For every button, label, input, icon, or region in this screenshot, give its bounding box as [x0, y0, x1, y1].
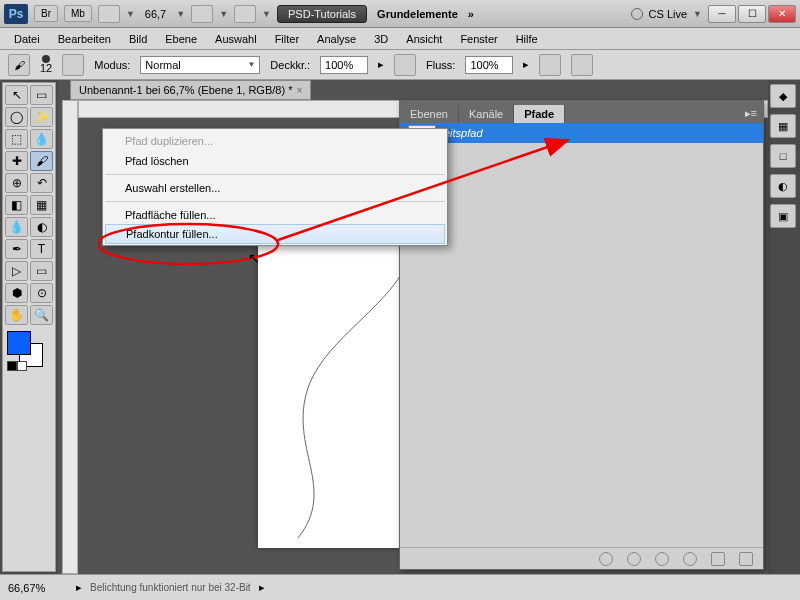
extras-icon[interactable]	[234, 5, 256, 23]
tab-kanaele[interactable]: Kanäle	[459, 105, 514, 123]
selection-to-path-icon[interactable]	[683, 552, 697, 566]
close-icon[interactable]: ×	[296, 85, 302, 96]
color-swatches[interactable]	[5, 331, 53, 371]
menu-bild[interactable]: Bild	[121, 31, 155, 47]
airbrush-icon[interactable]	[539, 54, 561, 76]
ctx-stroke-path[interactable]: Pfadkontur füllen...	[105, 224, 445, 244]
chevron-down-icon: ▼	[126, 9, 135, 19]
eraser-tool[interactable]: ◧	[5, 195, 28, 215]
type-tool[interactable]: T	[30, 239, 53, 259]
app-logo: Ps	[4, 4, 28, 24]
opacity-input[interactable]: 100%	[320, 56, 368, 74]
more-icon[interactable]: »	[468, 8, 474, 20]
3d-tool[interactable]: ⬢	[5, 283, 28, 303]
arrow-icon[interactable]: ▸	[76, 581, 82, 594]
document-tab[interactable]: Unbenannt-1 bei 66,7% (Ebene 1, RGB/8) *…	[70, 80, 311, 100]
chevron-down-icon: ▼	[262, 9, 271, 19]
pressure-opacity-icon[interactable]	[394, 54, 416, 76]
move-tool[interactable]: ↖	[5, 85, 28, 105]
panel-menu-icon[interactable]: ▸≡	[739, 104, 763, 123]
separator	[105, 201, 445, 202]
ctx-delete-path[interactable]: Pfad löschen	[103, 151, 447, 171]
minimize-button[interactable]: ─	[708, 5, 736, 23]
flow-input[interactable]: 100%	[465, 56, 513, 74]
opacity-label: Deckkr.:	[270, 59, 310, 71]
menu-auswahl[interactable]: Auswahl	[207, 31, 265, 47]
workspace-label[interactable]: Grundelemente	[373, 6, 462, 22]
brush-panel-icon[interactable]	[62, 54, 84, 76]
stamp-tool[interactable]: ⊕	[5, 173, 28, 193]
menu-hilfe[interactable]: Hilfe	[508, 31, 546, 47]
close-button[interactable]: ✕	[768, 5, 796, 23]
panel-footer	[400, 547, 763, 569]
tab-ebenen[interactable]: Ebenen	[400, 105, 459, 123]
menu-filter[interactable]: Filter	[267, 31, 307, 47]
lasso-tool[interactable]: ◯	[5, 107, 28, 127]
path-select-tool[interactable]: ▷	[5, 261, 28, 281]
arrow-icon[interactable]: ▸	[378, 58, 384, 71]
gradient-tool[interactable]: ▦	[30, 195, 53, 215]
pen-tool[interactable]: ✒	[5, 239, 28, 259]
menu-analyse[interactable]: Analyse	[309, 31, 364, 47]
adjustments-panel-icon[interactable]: ◐	[770, 174, 796, 198]
delete-path-icon[interactable]	[739, 552, 753, 566]
brush-size-value: 12	[40, 63, 52, 74]
path-name: eitspfad	[444, 127, 483, 139]
wand-tool[interactable]: ✨	[30, 107, 53, 127]
menu-ansicht[interactable]: Ansicht	[398, 31, 450, 47]
dodge-tool[interactable]: ◐	[30, 217, 53, 237]
brush-tool[interactable]: 🖌	[30, 151, 53, 171]
chevron-down-icon: ▼	[219, 9, 228, 19]
panel-body	[400, 143, 763, 547]
menu-ebene[interactable]: Ebene	[157, 31, 205, 47]
bridge-chip[interactable]: Br	[34, 5, 58, 22]
fill-path-icon[interactable]	[599, 552, 613, 566]
swatches-panel-icon[interactable]: ▦	[770, 114, 796, 138]
maximize-button[interactable]: ☐	[738, 5, 766, 23]
blur-tool[interactable]: 💧	[5, 217, 28, 237]
masks-panel-icon[interactable]: ▣	[770, 204, 796, 228]
cslive-icon	[631, 8, 643, 20]
chevron-down-icon: ▼	[176, 9, 185, 19]
eyedropper-tool[interactable]: 💧	[30, 129, 53, 149]
new-path-icon[interactable]	[711, 552, 725, 566]
arrow-icon[interactable]: ▸	[259, 581, 265, 594]
pressure-size-icon[interactable]	[571, 54, 593, 76]
tab-pfade[interactable]: Pfade	[514, 105, 565, 123]
menu-fenster[interactable]: Fenster	[452, 31, 505, 47]
cslive-button[interactable]: CS Live	[649, 8, 688, 20]
color-panel-icon[interactable]: ◆	[770, 84, 796, 108]
workspace-button[interactable]: PSD-Tutorials	[277, 5, 367, 23]
crop-tool[interactable]: ⬚	[5, 129, 28, 149]
menu-bearbeiten[interactable]: Bearbeiten	[50, 31, 119, 47]
shape-tool[interactable]: ▭	[30, 261, 53, 281]
history-brush-tool[interactable]: ↶	[30, 173, 53, 193]
fg-color-swatch[interactable]	[7, 331, 31, 355]
stroke-path-icon[interactable]	[627, 552, 641, 566]
ctx-fill-path[interactable]: Pfadfläche füllen...	[103, 205, 447, 225]
screenmode-icon[interactable]	[191, 5, 213, 23]
styles-panel-icon[interactable]: □	[770, 144, 796, 168]
path-row-selected[interactable]: eitspfad	[400, 123, 763, 143]
panel-tabs: Ebenen Kanäle Pfade ▸≡	[400, 101, 763, 123]
mode-select[interactable]: Normal	[140, 56, 260, 74]
brush-preview[interactable]: 12	[40, 55, 52, 74]
hand-tool[interactable]: ✋	[5, 305, 28, 325]
minibridge-chip[interactable]: Mb	[64, 5, 92, 22]
arrange-icon[interactable]	[98, 5, 120, 23]
status-zoom[interactable]: 66,67%	[8, 582, 68, 594]
menu-datei[interactable]: Datei	[6, 31, 48, 47]
marquee-tool[interactable]: ▭	[30, 85, 53, 105]
zoom-tool[interactable]: 🔍	[30, 305, 53, 325]
ctx-make-selection[interactable]: Auswahl erstellen...	[103, 178, 447, 198]
paths-panel: Ebenen Kanäle Pfade ▸≡ eitspfad	[399, 100, 764, 570]
menu-3d[interactable]: 3D	[366, 31, 396, 47]
heal-tool[interactable]: ✚	[5, 151, 28, 171]
brush-tool-icon[interactable]: 🖌	[8, 54, 30, 76]
mode-label: Modus:	[94, 59, 130, 71]
zoom-display[interactable]: 66,7	[141, 8, 170, 20]
3d-camera-tool[interactable]: ⊙	[30, 283, 53, 303]
arrow-icon[interactable]: ▸	[523, 58, 529, 71]
document-tab-label: Unbenannt-1 bei 66,7% (Ebene 1, RGB/8) *	[79, 84, 292, 96]
path-to-selection-icon[interactable]	[655, 552, 669, 566]
